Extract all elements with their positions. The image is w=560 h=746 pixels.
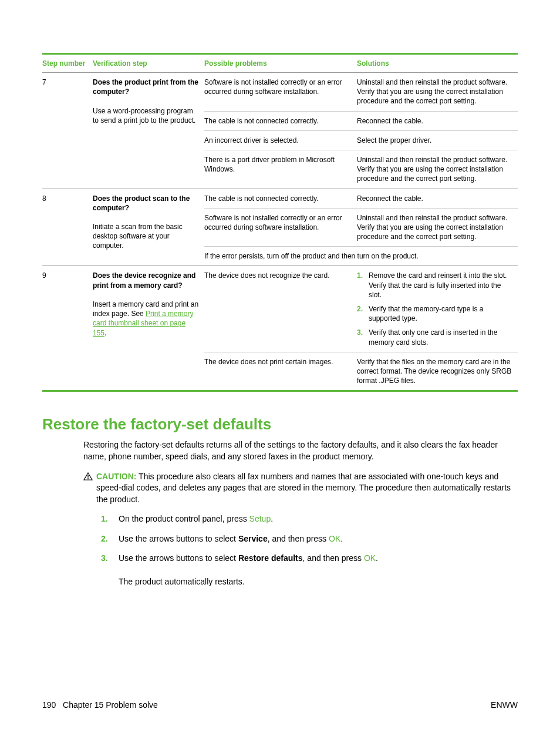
step-text: Use the arrows buttons to select Restore… bbox=[119, 553, 378, 587]
verif-instruction: Initiate a scan from the basic desktop s… bbox=[93, 223, 183, 250]
problem-cell: An incorrect driver is selected. bbox=[204, 130, 357, 150]
step-number: 9 bbox=[42, 266, 93, 391]
list-marker: 1. bbox=[357, 271, 369, 300]
list-text: Verify that only one card is inserted in… bbox=[369, 328, 513, 347]
solution-cell: Reconnect the cable. bbox=[357, 189, 518, 208]
step-text: Use the arrows buttons to select Service… bbox=[119, 533, 343, 545]
list-text: Remove the card and reinsert it into the… bbox=[369, 271, 513, 300]
ui-ref: OK bbox=[329, 534, 340, 543]
solution-cell: 1.Remove the card and reinsert it into t… bbox=[357, 266, 518, 352]
verif-text-tail: . bbox=[104, 329, 106, 337]
intro-para: Restoring the factory-set defaults retur… bbox=[83, 439, 518, 462]
procedure-steps: 1. On the product control panel, press S… bbox=[101, 513, 518, 587]
solution-cell: Uninstall and then reinstall the product… bbox=[357, 73, 518, 112]
solution-cell: Select the proper driver. bbox=[357, 130, 518, 150]
svg-rect-0 bbox=[87, 475, 88, 478]
ui-ref: Setup bbox=[249, 514, 271, 523]
step-text: On the product control panel, press Setu… bbox=[119, 513, 273, 525]
ui-bold: Service bbox=[238, 534, 268, 543]
problem-cell: The cable is not connected correctly. bbox=[204, 189, 357, 208]
caution-body: This procedure also clears all fax numbe… bbox=[96, 472, 511, 504]
caution-label: CAUTION: bbox=[96, 472, 136, 481]
document-page: Step number Verification step Possible p… bbox=[0, 0, 560, 746]
page-number: 190 bbox=[42, 700, 56, 710]
chapter-title: Chapter 15 Problem solve bbox=[63, 700, 158, 710]
verification-cell: Does the product print from the computer… bbox=[93, 73, 204, 189]
problem-cell: Software is not installed correctly or a… bbox=[204, 208, 357, 247]
step-tail: The product automatically restarts. bbox=[119, 577, 245, 586]
footer-right: ENWW bbox=[491, 700, 518, 710]
caution-block: CAUTION: This procedure also clears all … bbox=[83, 471, 518, 506]
th-sol: Solutions bbox=[357, 54, 518, 73]
list-marker: 2. bbox=[357, 304, 369, 323]
problem-cell: There is a port driver problem in Micros… bbox=[204, 150, 357, 189]
problem-cell: The device does not recognize the card. bbox=[204, 266, 357, 352]
problem-cell: The cable is not connected correctly. bbox=[204, 111, 357, 130]
problem-cell: The device does not print certain images… bbox=[204, 352, 357, 391]
section-heading: Restore the factory-set defaults bbox=[42, 415, 518, 434]
solution-cell: Verify that the files on the memory card… bbox=[357, 352, 518, 391]
list-marker: 2. bbox=[101, 533, 119, 545]
ui-bold: Restore defaults bbox=[238, 553, 303, 563]
verification-cell: Does the product scan to the computer? I… bbox=[93, 189, 204, 266]
verif-question: Does the product print from the computer… bbox=[93, 78, 198, 96]
list-text: Verify that the memory-card type is a su… bbox=[369, 304, 513, 323]
verif-question: Does the product scan to the computer? bbox=[93, 194, 190, 212]
caution-icon bbox=[83, 472, 93, 480]
verif-instruction: Use a word-processing program to send a … bbox=[93, 107, 195, 125]
list-marker: 3. bbox=[357, 328, 369, 347]
svg-rect-1 bbox=[87, 478, 88, 479]
problem-cell: Software is not installed correctly or a… bbox=[204, 73, 357, 112]
verif-question: Does the device recognize and print from… bbox=[93, 271, 195, 289]
troubleshooting-table: Step number Verification step Possible p… bbox=[42, 53, 518, 392]
list-marker: 3. bbox=[101, 553, 119, 587]
caution-text: CAUTION: This procedure also clears all … bbox=[96, 471, 518, 506]
step-number: 8 bbox=[42, 189, 93, 266]
solution-cell: Uninstall and then reinstall the product… bbox=[357, 150, 518, 189]
span-note: If the error persists, turn off the prod… bbox=[204, 247, 518, 266]
th-verif: Verification step bbox=[93, 54, 204, 73]
section-body: Restoring the factory-set defaults retur… bbox=[83, 439, 518, 587]
step-number: 7 bbox=[42, 73, 93, 189]
verification-cell: Does the device recognize and print from… bbox=[93, 266, 204, 391]
ui-ref: OK bbox=[364, 553, 376, 563]
th-step: Step number bbox=[42, 54, 93, 73]
solution-cell: Reconnect the cable. bbox=[357, 111, 518, 130]
page-footer: 190 Chapter 15 Problem solve ENWW bbox=[42, 700, 518, 710]
list-marker: 1. bbox=[101, 513, 119, 525]
solution-cell: Uninstall and then reinstall the product… bbox=[357, 208, 518, 247]
th-prob: Possible problems bbox=[204, 54, 357, 73]
footer-left: 190 Chapter 15 Problem solve bbox=[42, 700, 158, 710]
